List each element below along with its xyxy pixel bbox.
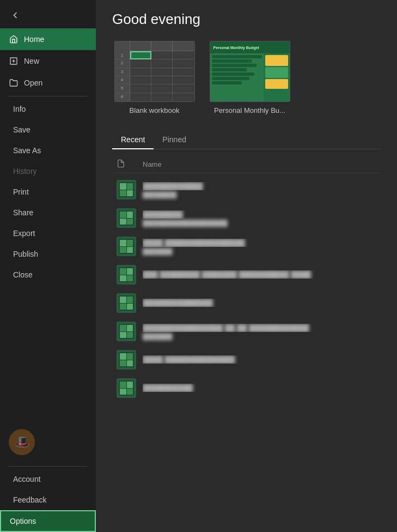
sidebar-item-publish[interactable]: Publish xyxy=(0,244,96,264)
file-info-5: ██████████████ xyxy=(143,299,376,308)
file-row-3[interactable]: ████ ████████████████ ███████ xyxy=(112,232,381,261)
tabs-row: Recent Pinned xyxy=(112,131,381,149)
sidebar-item-home-label: Home xyxy=(24,35,44,44)
app-logo: 🎩 xyxy=(0,420,96,464)
file-info-7: ████ ██████████████ xyxy=(143,355,376,365)
sidebar-item-new[interactable]: New xyxy=(0,50,96,72)
file-info-2: ████████ ████████████████████ xyxy=(143,210,376,226)
save-as-label: Save As xyxy=(13,146,41,155)
blank-thumb: 1 2 3 4 5 xyxy=(114,41,195,102)
sidebar-spacer xyxy=(0,285,96,420)
close-label: Close xyxy=(13,270,33,279)
file-row-6[interactable]: ████████████████ ██ ██ ████████████ ████… xyxy=(112,317,381,346)
file-thumb-6 xyxy=(117,322,136,341)
file-thumb-8 xyxy=(117,378,136,398)
tab-pinned-label: Pinned xyxy=(162,135,186,144)
sidebar-item-open-label: Open xyxy=(24,78,42,87)
sidebar: Home New Open Info Save Save As xyxy=(0,0,96,532)
file-info-8: ██████████ xyxy=(143,384,376,393)
tab-recent-label: Recent xyxy=(121,135,145,144)
templates-row: 1 2 3 4 5 xyxy=(112,41,381,114)
export-label: Export xyxy=(13,229,35,238)
sidebar-item-feedback[interactable]: Feedback xyxy=(0,489,96,510)
file-meta-3: ███████ xyxy=(143,248,376,255)
main-content: Good evening 1 2 xyxy=(96,0,397,532)
sidebar-item-save-as[interactable]: Save As xyxy=(0,140,96,161)
file-name-8: ██████████ xyxy=(143,384,376,392)
file-meta-2: ████████████████████ xyxy=(143,220,376,226)
file-thumb-4 xyxy=(117,265,136,285)
file-row-2[interactable]: ████████ ████████████████████ xyxy=(112,204,381,232)
template-budget[interactable]: Personal Monthly Budget xyxy=(207,41,292,114)
tab-recent[interactable]: Recent xyxy=(112,131,154,149)
print-label: Print xyxy=(13,188,29,196)
save-label: Save xyxy=(13,125,30,134)
sidebar-item-print[interactable]: Print xyxy=(0,182,96,202)
file-row-5[interactable]: ██████████████ xyxy=(112,289,381,317)
blank-template-name: Blank workbook xyxy=(130,106,180,114)
file-info-3: ████ ████████████████ ███████ xyxy=(143,239,376,255)
sidebar-item-open[interactable]: Open xyxy=(0,72,96,94)
template-blank[interactable]: 1 2 3 4 5 xyxy=(112,41,197,114)
sidebar-item-info[interactable]: Info xyxy=(0,99,96,119)
sidebar-item-account[interactable]: Account xyxy=(0,469,96,489)
budget-thumb: Personal Monthly Budget xyxy=(210,41,290,102)
feedback-label: Feedback xyxy=(13,495,46,504)
sidebar-item-save[interactable]: Save xyxy=(0,119,96,140)
file-row-7[interactable]: ████ ██████████████ xyxy=(112,346,381,374)
file-info-4: ███ ████████ ███████ ██████████ ████ xyxy=(143,270,376,280)
account-label: Account xyxy=(13,475,41,483)
tab-pinned[interactable]: Pinned xyxy=(154,131,195,149)
sidebar-item-close[interactable]: Close xyxy=(0,264,96,285)
file-thumb-1 xyxy=(117,180,136,200)
logo-icon: 🎩 xyxy=(9,429,35,455)
sidebar-item-new-label: New xyxy=(24,57,39,65)
file-icon-col-header xyxy=(117,159,136,170)
back-button[interactable] xyxy=(4,4,26,26)
sidebar-item-share[interactable]: Share xyxy=(0,202,96,223)
name-col-header: Name xyxy=(143,160,162,168)
recent-section: Recent Pinned Name xyxy=(112,131,381,402)
open-icon xyxy=(9,78,19,88)
file-thumb-3 xyxy=(117,237,136,256)
divider-top xyxy=(9,96,87,96)
file-name-7: ████ ██████████████ xyxy=(143,355,376,364)
file-name-3: ████ ████████████████ xyxy=(143,239,376,247)
file-row-1[interactable]: ████████████ ████████ xyxy=(112,176,381,204)
file-thumb-2 xyxy=(117,208,136,228)
files-header: Name xyxy=(112,156,381,173)
new-icon xyxy=(9,56,19,66)
file-meta-1: ████████ xyxy=(143,191,376,198)
file-name-5: ██████████████ xyxy=(143,299,376,307)
file-name-1: ████████████ xyxy=(143,182,376,190)
share-label: Share xyxy=(13,208,33,217)
file-name-6: ████████████████ ██ ██ ████████████ xyxy=(143,324,376,332)
file-meta-6: ███████ xyxy=(143,333,376,340)
file-thumb-5 xyxy=(117,293,136,313)
file-thumb-7 xyxy=(117,350,136,370)
sidebar-item-export[interactable]: Export xyxy=(0,223,96,244)
sidebar-item-history: History xyxy=(0,161,96,182)
options-label: Options xyxy=(10,517,36,525)
greeting-text: Good evening xyxy=(112,11,381,28)
sidebar-item-options[interactable]: Options xyxy=(0,510,96,532)
file-row-4[interactable]: ███ ████████ ███████ ██████████ ████ xyxy=(112,261,381,289)
home-icon xyxy=(9,34,19,44)
publish-label: Publish xyxy=(13,250,38,258)
info-label: Info xyxy=(13,105,26,113)
divider-bottom xyxy=(9,466,87,467)
file-name-2: ████████ xyxy=(143,210,376,219)
sidebar-item-home[interactable]: Home xyxy=(0,28,96,50)
history-label: History xyxy=(13,167,37,176)
file-info-6: ████████████████ ██ ██ ████████████ ████… xyxy=(143,324,376,340)
file-name-4: ███ ████████ ███████ ██████████ ████ xyxy=(143,270,376,279)
file-info-1: ████████████ ████████ xyxy=(143,182,376,198)
budget-template-name: Personal Monthly Bu... xyxy=(214,106,285,114)
file-row-8[interactable]: ██████████ xyxy=(112,374,381,402)
